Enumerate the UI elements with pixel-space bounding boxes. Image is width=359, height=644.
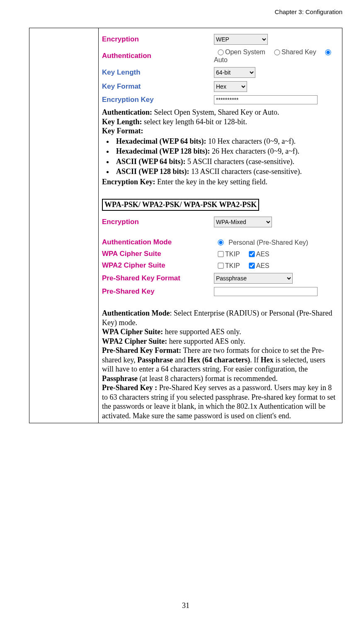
radio-shared-key[interactable] — [274, 49, 280, 55]
label-wpa-encryption: Encryption — [102, 218, 214, 226]
bullet4-label: ASCII (WEP 128 bits): — [116, 167, 189, 176]
wpa-heading-box: WPA-PSK/ WPA2-PSK/ WPA-PSK WPA2-PSK — [102, 199, 259, 211]
bullet3-label: ASCII (WEP 64 bits): — [116, 157, 186, 166]
wpa-desc-psk-label: Pre-Shared Key : — [102, 384, 157, 392]
checkbox-wpa-aes-label: AES — [256, 251, 269, 258]
wpa-desc-wpacs-label: WPA Cipher Suite: — [102, 328, 163, 336]
desc-keylen-label: Key Length: — [102, 118, 142, 126]
checkbox-wpa2-aes[interactable] — [249, 263, 255, 268]
checkbox-wpa-tkip[interactable] — [218, 251, 223, 257]
label-encryption: Encryption — [102, 35, 214, 43]
desc-keyfmt-label: Key Format: — [102, 127, 143, 135]
label-authentication: Authentication — [102, 52, 214, 60]
radio-auto-label: Auto — [214, 56, 228, 63]
page-number: 31 — [29, 601, 342, 610]
bullet3-text: 5 ASCII characters (case-sensitive). — [186, 157, 294, 166]
label-key-format: Key Format — [102, 82, 214, 91]
wpa-desc-auth-label: Authentication Mode — [102, 309, 170, 317]
radio-open-system[interactable] — [218, 49, 223, 55]
key-format-select[interactable]: Hex — [214, 81, 247, 92]
wpa-encryption-select[interactable]: WPA-Mixed — [214, 217, 272, 227]
radio-personal-label: Personal (Pre-Shared Key) — [228, 239, 308, 246]
wpa-description: Authentication Mode: Select Enterprise (… — [102, 309, 339, 420]
radio-open-system-label: Open System — [225, 48, 265, 55]
label-wpa-cipher: WPA Cipher Suite — [102, 250, 214, 258]
checkbox-wpa-aes[interactable] — [249, 251, 255, 257]
wpa-desc-wpa2cs-text: here supported AES only. — [167, 337, 245, 345]
bullet2-label: Hexadecimal (WEP 128 bits): — [116, 147, 210, 155]
radio-auto[interactable] — [325, 49, 331, 55]
label-key-length: Key Length — [102, 68, 214, 77]
sidebar-cell — [29, 28, 99, 423]
desc-auth-text: Select Open System, Shared Key or Auto. — [152, 108, 279, 116]
psk-input[interactable] — [214, 287, 318, 296]
bullet4-text: 13 ASCII characters (case-sensitive). — [189, 167, 302, 176]
desc-auth-label: Authentication: — [102, 108, 152, 116]
content-cell: Encryption WEP Authentication Open Syste… — [99, 28, 342, 423]
checkbox-wpa2-aes-label: AES — [256, 262, 269, 269]
label-wpa2-cipher: WPA2 Cipher Suite — [102, 261, 214, 270]
checkbox-wpa2-tkip-label: TKIP — [225, 262, 240, 269]
chapter-header: Chapter 3: Configuration — [29, 8, 342, 15]
label-encryption-key: Encryption Key — [102, 96, 214, 104]
config-table: Encryption WEP Authentication Open Syste… — [29, 28, 342, 423]
encryption-key-input[interactable] — [214, 95, 318, 104]
checkbox-wpa2-tkip[interactable] — [218, 263, 223, 268]
radio-personal[interactable] — [218, 239, 223, 245]
desc-enckey-text: Enter the key in the key setting field. — [155, 178, 267, 186]
wpa-desc-wpacs-text: here supported AES only. — [163, 328, 241, 336]
encryption-select[interactable]: WEP — [214, 34, 268, 45]
radio-shared-key-label: Shared Key — [281, 48, 316, 55]
bullet1-label: Hexadecimal (WEP 64 bits): — [116, 137, 206, 145]
label-psk-format: Pre-Shared Key Format — [102, 274, 214, 282]
wpa-desc-pskf-label: Pre-Shared Key Format: — [102, 346, 181, 355]
wep-description: Authentication: Select Open System, Shar… — [102, 108, 339, 186]
desc-keylen-text: select key length 64-bit or 128-bit. — [142, 118, 247, 126]
label-auth-mode: Authentication Mode — [102, 238, 214, 246]
psk-format-select[interactable]: Passphrase — [214, 273, 293, 284]
bullet1-text: 10 Hex characters (0~9, a~f). — [206, 137, 296, 145]
checkbox-wpa-tkip-label: TKIP — [225, 251, 240, 258]
wpa-desc-wpa2cs-label: WPA2 Cipher Suite: — [102, 337, 167, 345]
key-length-select[interactable]: 64-bit — [214, 67, 255, 78]
bullet2-text: 26 Hex characters (0~9, a~f). — [210, 147, 299, 155]
label-psk: Pre-Shared Key — [102, 287, 214, 296]
desc-enckey-label: Encryption Key: — [102, 178, 155, 186]
